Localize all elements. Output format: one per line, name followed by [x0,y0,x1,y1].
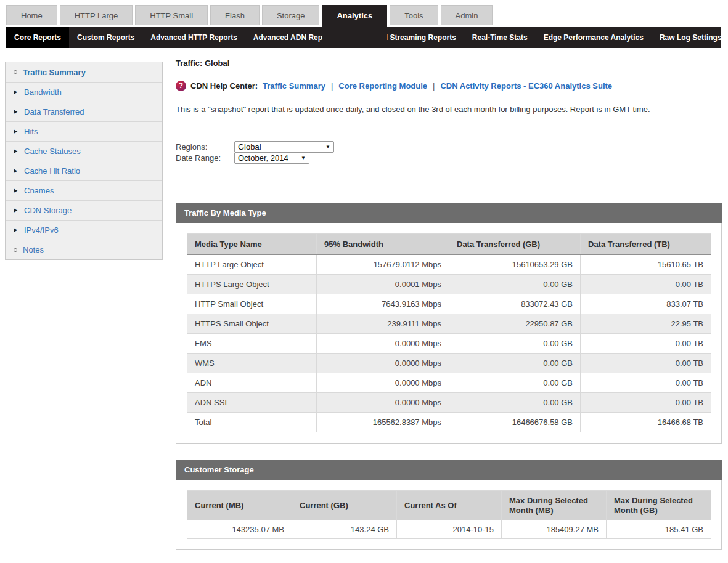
sidebar-item-label: Cache Hit Ratio [24,166,80,176]
cell-max-mb: 185409.27 MB [502,520,607,539]
cell-media-type: WMS [187,354,317,373]
sidebar-item-label: Notes [23,245,44,254]
cell-media-type: HTTP Small Object [187,294,317,314]
main-content: Traffic: Global ? CDN Help Center: Traff… [176,59,722,163]
help-link-traffic-summary[interactable]: Traffic Summary [263,81,325,91]
subnav-edge-performance-analytics[interactable]: Edge Performance Analytics [536,27,652,48]
regions-label: Regions: [176,142,234,152]
primary-tab-bar: Home HTTP Large HTTP Small Flash Storage… [6,5,493,48]
cell-tb: 15610.65 TB [581,255,711,275]
tab-storage[interactable]: Storage [262,5,320,25]
regions-select[interactable]: Global ▼ [234,141,334,153]
sidebar-item-label: Data Transferred [24,107,84,116]
cell-max-gb: 185.41 GB [607,520,711,539]
cell-bandwidth: 7643.9163 Mbps [317,294,449,314]
table-row: FMS 0.0000 Mbps 0.00 GB 0.00 TB [187,334,711,354]
sidebar-item-label: CDN Storage [24,206,72,215]
column-header: 95% Bandwidth [317,234,449,255]
traffic-by-media-type-table: Media Type Name 95% Bandwidth Data Trans… [187,233,711,432]
table-row: HTTP Large Object 157679.0112 Mbps 15610… [187,255,711,275]
table-row: ADN SSL 0.0000 Mbps 0.00 GB 0.00 TB [187,393,711,413]
cell-tb: 22.95 TB [581,314,711,334]
chevron-right-icon: ▶ [14,109,18,115]
tab-admin[interactable]: Admin [441,5,493,25]
tab-home[interactable]: Home [6,5,57,25]
date-range-label: Date Range: [176,153,234,163]
tab-analytics[interactable]: Analytics [322,5,387,48]
circle-bullet-icon [14,248,17,252]
cell-bandwidth: 0.0000 Mbps [317,373,449,393]
chevron-down-icon: ▼ [325,144,330,150]
sidebar-item-label: Hits [24,127,38,136]
cell-media-type: HTTPS Large Object [187,275,317,294]
chevron-right-icon: ▶ [14,89,18,95]
sidebar-item-cdn-storage[interactable]: ▶ CDN Storage [6,200,162,220]
cell-current-gb: 143.24 GB [292,520,397,539]
help-link-cdn-activity-reports[interactable]: CDN Activity Reports - EC360 Analytics S… [440,81,612,91]
help-center-row: ? CDN Help Center: Traffic Summary | Cor… [176,81,722,91]
cell-bandwidth: 165562.8387 Mbps [317,413,449,432]
cell-gb: 22950.87 GB [449,314,581,334]
date-range-select[interactable]: October, 2014 ▼ [234,152,309,164]
cell-bandwidth: 0.0000 Mbps [317,393,449,413]
cell-bandwidth: 0.0000 Mbps [317,354,449,373]
report-filters: Regions: Global ▼ Date Range: October, 2… [176,141,722,164]
cell-tb: 0.00 TB [581,334,711,354]
table-header-row: Current (MB) Current (GB) Current As Of … [187,491,711,520]
table-row: HTTPS Large Object 0.0001 Mbps 0.00 GB 0… [187,275,711,294]
cell-gb: 0.00 GB [449,354,581,373]
sidebar-item-ipv4-ipv6[interactable]: ▶ IPv4/IPv6 [6,220,162,240]
chevron-right-icon: ▶ [14,208,18,214]
panel-body: Current (MB) Current (GB) Current As Of … [176,480,721,549]
cell-gb: 15610653.29 GB [449,255,581,275]
cell-tb: 0.00 TB [581,393,711,413]
chevron-right-icon: ▶ [14,188,18,194]
column-header: Max During Selected Month (GB) [607,491,711,520]
cell-gb: 833072.43 GB [449,294,581,314]
table-row: HTTP Small Object 7643.9163 Mbps 833072.… [187,294,711,314]
sidebar-item-cnames[interactable]: ▶ Cnames [6,180,162,200]
sidebar-item-cache-hit-ratio[interactable]: ▶ Cache Hit Ratio [6,161,162,180]
cell-current-mb: 143235.07 MB [187,520,292,539]
tab-http-large[interactable]: HTTP Large [60,5,133,25]
cell-gb: 0.00 GB [449,275,581,294]
table-row: ADN 0.0000 Mbps 0.00 GB 0.00 TB [187,373,711,393]
sidebar-item-label: Traffic Summary [23,68,86,77]
date-range-filter-row: Date Range: October, 2014 ▼ [176,152,722,164]
link-separator: | [433,81,435,91]
customer-storage-table: Current (MB) Current (GB) Current As Of … [187,490,711,539]
table-row-total: Total 165562.8387 Mbps 16466676.58 GB 16… [187,413,711,432]
tab-http-small[interactable]: HTTP Small [135,5,208,25]
sidebar-item-cache-statuses[interactable]: ▶ Cache Statuses [6,141,162,161]
column-header: Data Transferred (TB) [581,234,711,255]
sidebar-item-bandwidth[interactable]: ▶ Bandwidth [6,82,162,102]
sidebar-item-traffic-summary[interactable]: Traffic Summary [6,62,162,82]
chevron-right-icon: ▶ [14,227,18,233]
table-row: 143235.07 MB 143.24 GB 2014-10-15 185409… [187,520,711,539]
help-link-core-reporting-module[interactable]: Core Reporting Module [338,81,427,91]
chevron-right-icon: ▶ [14,129,18,135]
cell-gb: 0.00 GB [449,373,581,393]
cell-bandwidth: 0.0000 Mbps [317,334,449,354]
column-header: Media Type Name [187,234,317,255]
sidebar-item-hits[interactable]: ▶ Hits [6,121,162,141]
page-title: Traffic: Global [176,59,722,68]
cell-tb: 0.00 TB [581,354,711,373]
column-header: Data Transferred (GB) [449,234,581,255]
help-question-icon[interactable]: ? [176,81,186,91]
cell-media-type: Total [187,413,317,432]
chevron-right-icon: ▶ [14,148,18,155]
panel-title: Customer Storage [176,460,722,480]
cell-media-type: ADN [187,373,317,393]
sidebar-item-label: Cache Statuses [24,147,81,156]
sidebar-item-data-transferred[interactable]: ▶ Data Transferred [6,102,162,121]
cell-tb: 0.00 TB [581,275,711,294]
sidebar-item-notes[interactable]: Notes [6,240,162,259]
panel-body: Media Type Name 95% Bandwidth Data Trans… [176,223,721,443]
cell-gb: 16466676.58 GB [449,413,581,432]
subnav-raw-log-settings[interactable]: Raw Log Settings [652,27,728,48]
column-header: Current (MB) [187,491,292,520]
tab-flash[interactable]: Flash [210,5,260,25]
column-header: Current As Of [397,491,502,520]
tab-tools[interactable]: Tools [390,5,438,25]
